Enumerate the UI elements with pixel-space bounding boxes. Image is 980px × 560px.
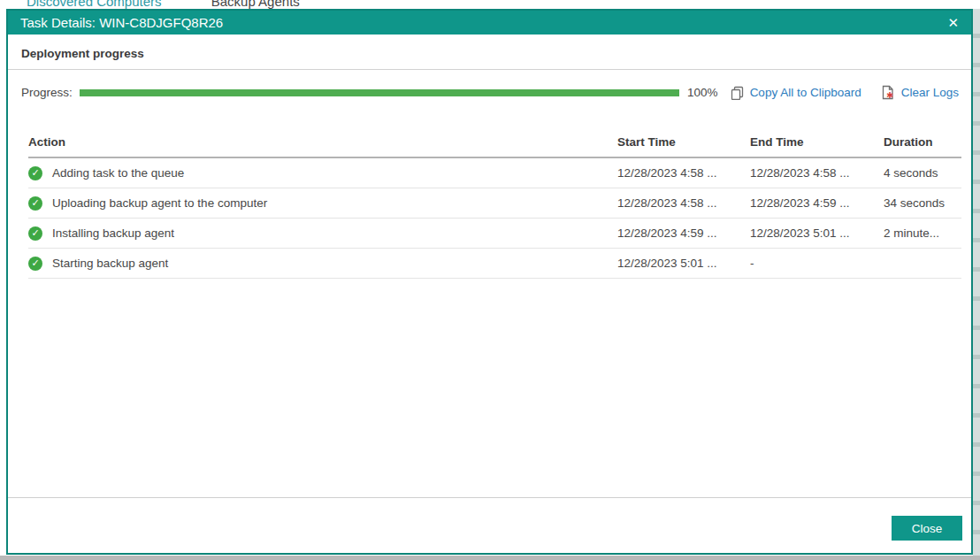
table-row[interactable]: ✓ Installing backup agent 12/28/2023 4:5…	[28, 219, 961, 249]
clear-logs-link[interactable]: ✱ Clear Logs	[881, 85, 959, 100]
end-time-value: 12/28/2023 4:59 ...	[750, 196, 884, 210]
task-details-dialog: Task Details: WIN-C8DJGFQ8R26 ✕ Deployme…	[6, 9, 973, 555]
clear-logs-label: Clear Logs	[901, 86, 959, 99]
duration-value: 2 minute...	[884, 226, 961, 240]
progress-bar	[80, 89, 679, 96]
duration-value: 34 seconds	[884, 196, 961, 210]
column-header-start-time: Start Time	[617, 135, 750, 149]
action-label: Adding task to the queue	[52, 166, 184, 180]
copy-all-to-clipboard-label: Copy All to Clipboard	[750, 86, 861, 99]
section-title: Deployment progress	[21, 47, 971, 60]
progress-percent: 100%	[687, 86, 718, 99]
dialog-footer: Close	[8, 497, 971, 553]
column-header-end-time: End Time	[750, 135, 884, 149]
column-header-duration: Duration	[884, 135, 961, 149]
end-time-value: 12/28/2023 5:01 ...	[750, 226, 884, 240]
section-divider	[8, 69, 971, 70]
tab-discovered-computers[interactable]: Discovered Computers	[27, 0, 162, 9]
background-tab-bar: Discovered Computers Backup Agents	[27, 0, 300, 9]
duration-value: 4 seconds	[884, 166, 961, 180]
progress-bar-fill	[80, 89, 679, 96]
table-row[interactable]: ✓ Uploading backup agent to the computer…	[28, 188, 961, 219]
check-circle-icon: ✓	[28, 166, 42, 180]
close-icon[interactable]: ✕	[944, 14, 962, 31]
column-header-action: Action	[28, 135, 617, 149]
check-circle-icon: ✓	[28, 196, 42, 211]
svg-text:✱: ✱	[886, 90, 893, 100]
start-time-value: 12/28/2023 5:01 ...	[617, 257, 750, 270]
start-time-value: 12/28/2023 4:58 ...	[617, 196, 750, 210]
action-label: Uploading backup agent to the computer	[52, 196, 267, 210]
dialog-titlebar: Task Details: WIN-C8DJGFQ8R26 ✕	[8, 11, 971, 35]
table-row[interactable]: ✓ Starting backup agent 12/28/2023 5:01 …	[28, 249, 961, 279]
background-page-edge	[973, 9, 980, 556]
table-header-row: Action Start Time End Time Duration	[28, 127, 961, 158]
progress-label: Progress:	[21, 86, 73, 99]
check-circle-icon: ✓	[28, 257, 42, 271]
end-time-value: -	[750, 257, 884, 270]
dialog-title: Task Details: WIN-C8DJGFQ8R26	[20, 15, 944, 30]
copy-all-to-clipboard-link[interactable]: Copy All to Clipboard	[731, 86, 861, 100]
action-label: Installing backup agent	[52, 226, 174, 240]
tab-backup-agents[interactable]: Backup Agents	[211, 0, 300, 9]
close-button[interactable]: Close	[892, 516, 962, 541]
table-row[interactable]: ✓ Adding task to the queue 12/28/2023 4:…	[28, 158, 961, 188]
clear-logs-icon: ✱	[881, 85, 895, 100]
action-label: Starting backup agent	[52, 257, 168, 270]
start-time-value: 12/28/2023 4:58 ...	[617, 166, 750, 180]
background-page-bottom	[0, 556, 980, 560]
copy-icon	[731, 86, 744, 100]
start-time-value: 12/28/2023 4:59 ...	[617, 226, 750, 240]
check-circle-icon: ✓	[28, 226, 42, 241]
end-time-value: 12/28/2023 4:58 ...	[750, 166, 884, 180]
table-body: ✓ Adding task to the queue 12/28/2023 4:…	[28, 158, 961, 279]
progress-row: Progress: 100% Copy All to Clipboard ✱	[21, 85, 959, 100]
deployment-log-table: Action Start Time End Time Duration ✓ Ad…	[28, 127, 961, 279]
